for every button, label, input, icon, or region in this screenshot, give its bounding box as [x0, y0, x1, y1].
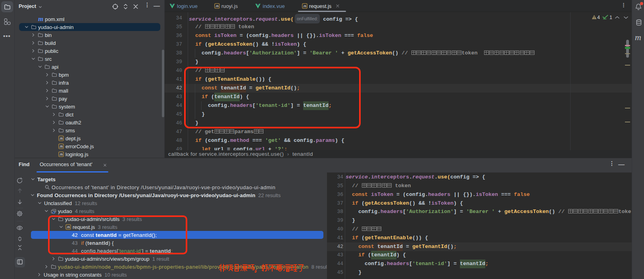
svg-text:JS: JS — [60, 145, 63, 148]
svg-text:JS: JS — [303, 5, 307, 8]
svg-text:JS: JS — [60, 153, 63, 156]
svg-text:JS: JS — [215, 5, 219, 8]
svg-text:JS: JS — [60, 137, 63, 140]
